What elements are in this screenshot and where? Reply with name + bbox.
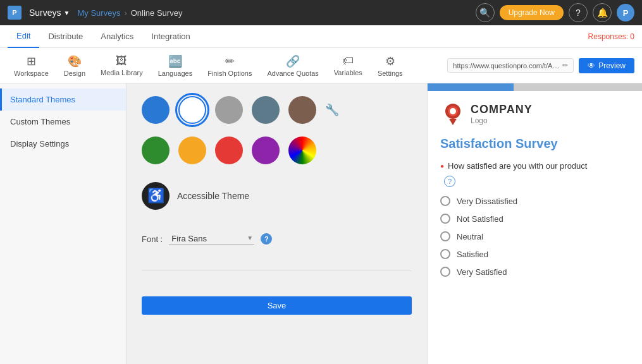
survey-url-box: https://www.questionpro.com/t/AMSm7 ✏ <box>447 58 574 73</box>
preview-button[interactable]: 👁 Preview <box>579 58 634 73</box>
company-name: COMPANY <box>471 103 533 116</box>
theme-multicolor[interactable] <box>288 136 316 164</box>
theme-brown[interactable] <box>288 96 316 124</box>
tool-design[interactable]: 🎨 Design <box>58 52 92 80</box>
radio-option-satisfied: Satisfied <box>440 245 629 263</box>
preview-panel: COMPANY Logo Satisfaction Survey ● How s… <box>427 83 642 364</box>
theme-red[interactable] <box>215 136 243 164</box>
tool-languages[interactable]: 🔤 Languages <box>152 52 199 80</box>
sidebar-item-display-settings[interactable]: Display Settings <box>0 133 126 155</box>
app-logo[interactable]: P <box>8 6 22 20</box>
theme-green[interactable] <box>142 136 170 164</box>
save-button[interactable]: Save <box>142 296 412 315</box>
company-text: COMPANY Logo <box>471 103 533 125</box>
font-select[interactable]: Fira Sans Arial Georgia Helvetica Times … <box>169 233 254 245</box>
upgrade-button[interactable]: Upgrade Now <box>500 5 564 20</box>
design-icon: 🎨 <box>68 54 82 68</box>
theme-orange[interactable] <box>178 136 206 164</box>
theme-blue[interactable] <box>142 96 170 124</box>
radio-option-very-satisfied: Very Satisfied <box>440 263 629 281</box>
tab-distribute[interactable]: Distribute <box>39 25 92 48</box>
languages-icon: 🔤 <box>168 54 182 68</box>
theme-white[interactable] <box>178 96 206 124</box>
question-label: ● How satisfied are you with our product <box>440 161 629 171</box>
radio-circle[interactable] <box>440 249 450 259</box>
notifications-button[interactable]: 🔔 <box>593 3 612 22</box>
radio-circle[interactable] <box>440 214 450 224</box>
breadcrumb: My Surveys › Online Survey <box>77 8 467 18</box>
theme-grid: 🔧 ♿ Accessible Theme Font : Fira Sa <box>142 96 412 315</box>
font-label: Font : <box>142 234 163 244</box>
tool-media-library[interactable]: 🖼 Media Library <box>94 52 149 79</box>
main-layout: Standard Themes Custom Themes Display Se… <box>0 83 642 364</box>
tool-variables[interactable]: 🏷 Variables <box>328 52 369 79</box>
tool-finish-options[interactable]: ✏ Finish Options <box>201 52 258 80</box>
divider <box>142 270 412 271</box>
font-row: Font : Fira Sans Arial Georgia Helvetica… <box>142 233 412 245</box>
help-button[interactable]: ? <box>569 3 588 22</box>
tool-workspace[interactable]: ⊞ Workspace <box>8 52 55 80</box>
radio-circle[interactable] <box>440 267 450 277</box>
breadcrumb-my-surveys[interactable]: My Surveys <box>77 8 120 18</box>
sidebar-item-standard-themes[interactable]: Standard Themes <box>0 88 126 111</box>
app-name[interactable]: Surveys ▼ <box>29 8 70 18</box>
eye-icon: 👁 <box>588 61 595 70</box>
tool-settings[interactable]: ⚙ Settings <box>371 52 409 80</box>
finish-options-icon: ✏ <box>225 54 235 68</box>
edit-url-icon[interactable]: ✏ <box>562 61 568 70</box>
question-help-icon[interactable]: ? <box>444 176 455 187</box>
content-area: 🔧 ♿ Accessible Theme Font : Fira Sa <box>127 83 427 364</box>
tab-analytics[interactable]: Analytics <box>92 25 142 48</box>
search-button[interactable]: 🔍 <box>476 3 495 22</box>
accessible-theme-icon[interactable]: ♿ <box>142 182 170 210</box>
app-dropdown-arrow: ▼ <box>64 9 70 16</box>
logo-icon: P <box>8 6 22 20</box>
toolbar-right: https://www.questionpro.com/t/AMSm7 ✏ 👁 … <box>447 58 634 73</box>
advance-quotas-icon: 🔗 <box>286 54 300 68</box>
company-logo-area: COMPANY Logo <box>440 101 629 126</box>
accessible-theme-row: ♿ Accessible Theme <box>142 182 412 210</box>
theme-gray[interactable] <box>215 96 243 124</box>
radio-option-not-satisfied: Not Satisfied <box>440 210 629 228</box>
wrench-icon[interactable]: 🔧 <box>325 103 339 117</box>
media-library-icon: 🖼 <box>116 54 127 68</box>
theme-color-row-2 <box>142 136 412 164</box>
toolbar: ⊞ Workspace 🎨 Design 🖼 Media Library 🔤 L… <box>0 48 642 83</box>
preview-header-bar <box>428 83 642 91</box>
company-logo-svg <box>440 101 466 126</box>
second-nav: Edit Distribute Analytics Integration Re… <box>0 25 642 48</box>
avatar-button[interactable]: P <box>617 4 634 21</box>
preview-body: COMPANY Logo Satisfaction Survey ● How s… <box>428 91 642 291</box>
breadcrumb-separator: › <box>124 8 127 18</box>
top-bar-right: 🔍 Upgrade Now ? 🔔 P <box>476 3 634 22</box>
top-bar: P Surveys ▼ My Surveys › Online Survey 🔍… <box>0 0 642 25</box>
sidebar-item-custom-themes[interactable]: Custom Themes <box>0 111 126 133</box>
radio-option-very-dissatisfied: Very Dissatisfied <box>440 192 629 210</box>
breadcrumb-current: Online Survey <box>131 8 183 18</box>
variables-icon: 🏷 <box>342 54 354 68</box>
survey-title: Satisfaction Survey <box>440 136 629 151</box>
accessible-theme-label: Accessible Theme <box>177 191 249 201</box>
responses-count: Responses: 0 <box>588 32 634 41</box>
radio-circle[interactable] <box>440 196 450 206</box>
radio-option-neutral: Neutral <box>440 228 629 245</box>
theme-slate[interactable] <box>252 96 280 124</box>
settings-icon: ⚙ <box>385 54 395 68</box>
workspace-icon: ⊞ <box>27 54 36 68</box>
theme-purple[interactable] <box>252 136 280 164</box>
tab-edit[interactable]: Edit <box>8 25 39 48</box>
sidebar: Standard Themes Custom Themes Display Se… <box>0 83 127 364</box>
font-help-icon[interactable]: ? <box>261 233 272 245</box>
svg-point-1 <box>450 108 456 114</box>
tab-integration[interactable]: Integration <box>142 25 199 48</box>
theme-color-row-1: 🔧 <box>142 96 412 124</box>
question-required-bullet: ● <box>440 162 444 169</box>
tool-advance-quotas[interactable]: 🔗 Advance Quotas <box>261 52 324 80</box>
svg-marker-2 <box>449 119 457 125</box>
radio-circle[interactable] <box>440 231 450 241</box>
company-sub: Logo <box>471 116 533 125</box>
